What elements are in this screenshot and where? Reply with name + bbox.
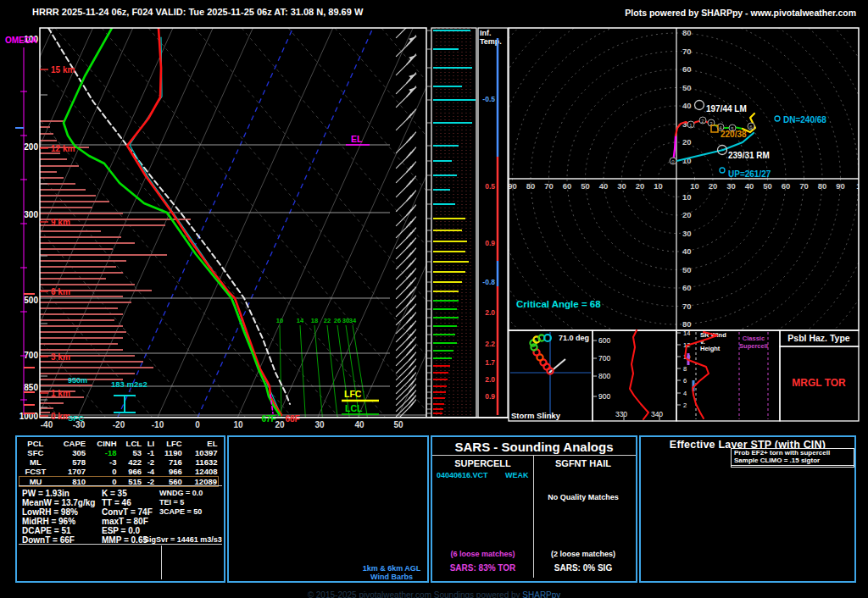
line-shape (409, 89, 414, 95)
wind-barb (396, 396, 416, 417)
height-label: 1 km (51, 389, 70, 398)
mixing-ratio-line (327, 325, 337, 418)
sars-hail-body: No Quality Matches (534, 493, 632, 501)
hodo-axis-label: 30 (617, 181, 626, 191)
hodo-axis-label: 50 (682, 265, 692, 274)
hodo-axis-label: 20 (682, 210, 692, 219)
advection-value: -0.8 (482, 278, 495, 286)
range-ring (476, 0, 868, 379)
line-shape (409, 271, 414, 277)
line-shape (407, 273, 412, 279)
wind-barb (396, 248, 416, 269)
line-shape (411, 132, 416, 138)
km-marker-label: 1 (689, 123, 693, 128)
corfidi-dn-marker (775, 116, 780, 121)
line-shape (396, 385, 411, 400)
classic-supercell-label: Supercell (739, 342, 768, 350)
hazard-title: Psbl Haz. Type (787, 333, 849, 343)
line-shape (411, 238, 416, 244)
wind-barb (396, 390, 416, 412)
line-shape (409, 340, 414, 346)
line-shape (409, 261, 414, 267)
range-ring (604, 106, 749, 252)
parcel-col-header: EL (183, 439, 219, 448)
line-shape (409, 38, 414, 44)
right-mover-label: 239/31 RM (728, 151, 770, 160)
hodo-axis-label: 40 (745, 181, 754, 191)
wind-barb (396, 329, 416, 351)
km-marker-label: 3 (709, 121, 713, 126)
table-row: SFC305-1853-1119010397 (19, 448, 219, 457)
parcel-col-header: CINH (86, 439, 117, 448)
hodograph-trace (743, 114, 755, 132)
hodo-axis-label: 10 (682, 192, 692, 202)
slinky-angle-label: 71.0 deg (559, 334, 589, 342)
mean-wind-marker (711, 125, 718, 132)
line-shape (409, 355, 414, 361)
line-shape (396, 310, 411, 325)
range-ring (440, 0, 868, 416)
line-shape (409, 387, 414, 393)
parcel-name-value: ML (19, 457, 53, 467)
line-shape (396, 302, 411, 317)
wind-barb (396, 228, 416, 249)
parcel-cape-value: 305 (52, 448, 86, 457)
sars-supercell-header: SUPERCELL (432, 458, 533, 468)
thetae-pressure-label: 800 (598, 372, 610, 380)
line-shape (411, 296, 416, 302)
range-ring (531, 33, 822, 324)
mixing-ratio-line (337, 325, 349, 418)
mixing-ratio-label: 18 (311, 317, 318, 324)
wind-barb (396, 73, 417, 94)
line-shape (409, 402, 414, 408)
advection-value: 2.0 (485, 308, 495, 317)
line-shape (396, 390, 411, 406)
line-shape (411, 147, 416, 153)
line-shape (396, 138, 411, 153)
line-shape (407, 291, 412, 297)
corfidi-dn-label: DN=240/68 (783, 115, 826, 125)
line-shape (407, 91, 412, 97)
line-shape (407, 334, 412, 340)
line-shape (407, 136, 412, 142)
srwind-height-label: 10 (683, 353, 690, 361)
line-shape (409, 332, 414, 338)
parcel-col-header: CAPE (52, 439, 86, 448)
line-shape (396, 293, 411, 308)
isotherm-line (0, 28, 173, 418)
critical-angle-label: Critical Angle = 68 (516, 299, 601, 309)
line-shape (396, 23, 411, 38)
parcel-col-header: LCL (118, 439, 143, 448)
advection-value: 0.9 (485, 239, 495, 247)
table-row: ML578-3422-271611632 (19, 457, 219, 467)
line-shape (409, 280, 414, 286)
wind-barb (396, 36, 417, 57)
parcel-li-value: -1 (142, 448, 155, 457)
isotherm-highlight-line (198, 28, 373, 418)
hodograph-trace (709, 123, 743, 129)
mixing-ratio-label: 34 (349, 317, 357, 324)
srwind-height-label: 4 (683, 390, 687, 397)
line-shape (396, 264, 411, 280)
isotherm-line (358, 28, 533, 418)
parcel-name-value: SFC (19, 448, 53, 457)
parcel-cinh-value: -18 (86, 448, 117, 457)
wind-barb (396, 313, 416, 334)
line-shape (411, 54, 416, 60)
hodo-axis-label: 60 (682, 283, 692, 292)
dry-adiabat-line (381, 28, 712, 418)
parcel-trace (48, 28, 290, 404)
dry-adiabat-line (0, 28, 106, 418)
temp-axis-label: 50 (393, 420, 403, 429)
slinky-point (533, 336, 539, 342)
wind-barb (396, 17, 417, 38)
advection-value: 0.9 (485, 392, 495, 401)
line-shape (407, 58, 412, 64)
advection-value: -0.5 (482, 95, 495, 103)
stat-value: 3CAPE = 50 (159, 507, 202, 516)
divider (533, 456, 534, 578)
parcel-el-value: 12408 (183, 467, 219, 477)
slinky-point (533, 349, 539, 355)
srh-layer-label: 183 m2s2 (111, 379, 147, 389)
temp-axis-label: 30 (314, 420, 325, 429)
